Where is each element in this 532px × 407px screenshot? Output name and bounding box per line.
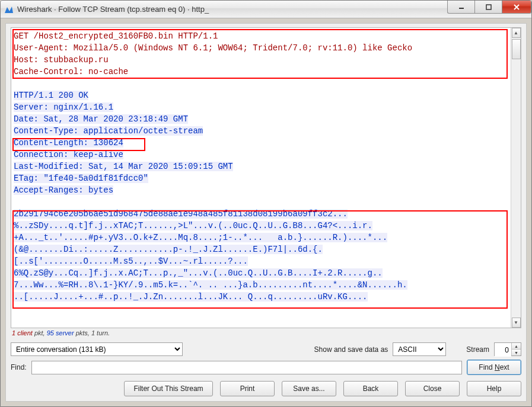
encoding-select[interactable]: ASCII (393, 342, 446, 356)
wireshark-icon (4, 5, 14, 14)
stream-pane: GET /Host2_encrypted_3160FB0.bin HTTP/1.… (11, 27, 521, 328)
scroll-down-button[interactable]: ▼ (512, 318, 521, 328)
stream-text[interactable]: GET /Host2_encrypted_3160FB0.bin HTTP/1.… (11, 28, 511, 328)
find-label: Find: (11, 363, 27, 371)
svg-rect-1 (486, 5, 491, 9)
back-button[interactable]: Back (343, 381, 398, 396)
stream-number-input[interactable] (495, 343, 511, 357)
help-button[interactable]: Help (467, 381, 521, 396)
vertical-scrollbar[interactable]: ▲ ▼ (511, 28, 521, 328)
scroll-up-button[interactable]: ▲ (512, 28, 521, 38)
maximize-button[interactable] (474, 1, 502, 14)
stream-label: Stream (466, 345, 489, 354)
scroll-thumb[interactable] (512, 39, 521, 59)
svg-rect-0 (459, 8, 464, 9)
options-row: Entire conversation (131 kB) Show and sa… (11, 342, 521, 356)
close-dialog-button[interactable]: Close (405, 381, 460, 396)
window-title: Wireshark · Follow TCP Stream (tcp.strea… (17, 5, 209, 14)
http-response-headers-pre: HTTP/1.1 200 OK Server: nginx/1.16.1 Dat… (14, 91, 203, 136)
filter-out-button[interactable]: Filter Out This Stream (124, 381, 213, 396)
titlebar: Wireshark · Follow TCP Stream (tcp.strea… (1, 1, 531, 18)
window-controls (447, 1, 531, 18)
show-save-label: Show and save data as (314, 345, 388, 354)
http-response-body: 2b291794c6e205b6ae51d968475de88ae1e948a4… (14, 209, 407, 302)
packet-count-status: 1 client pkt, 95 server pkts, 1 turn. (11, 328, 521, 339)
close-button[interactable] (502, 1, 531, 14)
http-response-content-length: Content-Length: 130624 (14, 138, 123, 148)
stream-number-spinner[interactable]: ▲ ▼ (494, 342, 521, 356)
stream-down-icon[interactable]: ▼ (512, 350, 521, 355)
client-area: GET /Host2_encrypted_3160FB0.bin HTTP/1.… (5, 23, 527, 402)
button-row: Filter Out This Stream Print Save as... … (11, 381, 521, 396)
minimize-button[interactable] (447, 1, 474, 14)
save-as-button[interactable]: Save as... (282, 381, 336, 396)
find-row: Find: Find Next (11, 360, 521, 375)
find-input[interactable] (31, 361, 462, 374)
print-button[interactable]: Print (220, 381, 275, 396)
conversation-select[interactable]: Entire conversation (131 kB) (11, 342, 183, 356)
http-request-text: GET /Host2_encrypted_3160FB0.bin HTTP/1.… (14, 31, 412, 76)
window-title-group: Wireshark · Follow TCP Stream (tcp.strea… (4, 5, 447, 14)
http-response-headers-post: Connection: keep-alive Last-Modified: Sa… (14, 150, 233, 195)
find-next-button[interactable]: Find Next (467, 360, 521, 375)
stream-up-icon[interactable]: ▲ (512, 343, 521, 350)
